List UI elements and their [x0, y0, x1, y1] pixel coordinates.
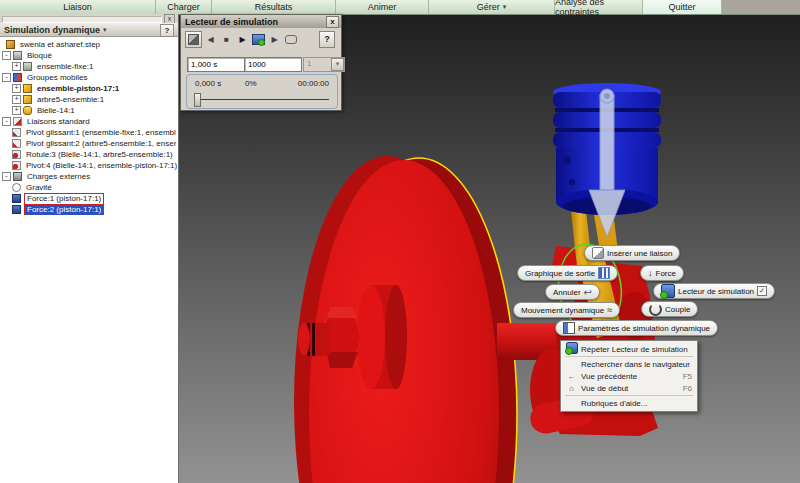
marking-menu-parametres-simulation[interactable]: Paramètres de simulation dynamique [555, 320, 718, 336]
marking-menu-mouvement-dynamique[interactable]: Mouvement dynamique ≈ [513, 302, 620, 318]
shortcut-label: F5 [683, 372, 692, 381]
timeline-slider-handle[interactable] [194, 93, 201, 107]
marking-menu-annuler[interactable]: Annuler ↩ [545, 284, 600, 300]
player-titlebar[interactable]: Lecteur de simulation x [181, 15, 341, 28]
tree-item-rotule-3[interactable]: Rotule:3 (Bielle-14:1, arbre5-ensemble:1… [0, 149, 178, 160]
tree-item-force-1[interactable]: Force:1 (piston-17:1) [0, 193, 178, 204]
tree-item-root-assembly[interactable]: swenia et asharef.step [0, 39, 178, 50]
torque-icon [649, 303, 662, 316]
status-percent: 0% [245, 79, 257, 88]
tree-item-charges-externes[interactable]: -Charges externes [0, 171, 178, 182]
tree-item-pivot-4[interactable]: Pivot:4 (Bielle-14:1, ensemble-piston-17… [0, 160, 178, 171]
expand-icon[interactable]: + [12, 84, 21, 93]
menu-animer[interactable]: Animer [336, 0, 429, 14]
joints-folder-icon [13, 117, 22, 126]
construction-icon [188, 34, 199, 45]
assembly-step-icon [6, 40, 15, 49]
collapse-icon[interactable]: - [2, 73, 11, 82]
close-icon[interactable]: x [326, 16, 339, 28]
menu-quitter[interactable]: Quitter [643, 0, 722, 14]
context-item-rubriques-aide[interactable]: Rubriques d'aide... [561, 397, 697, 409]
help-icon[interactable]: ? [160, 24, 174, 37]
menu-separator [565, 395, 693, 396]
simulation-player-icon [661, 284, 675, 298]
tree-item-gravite[interactable]: Gravité [0, 182, 178, 193]
stop-button[interactable]: ■ [219, 32, 234, 47]
filter-combobox[interactable]: 1 ▼ [303, 57, 345, 72]
tree-item-bloque[interactable]: -Bloqué [0, 50, 178, 61]
marking-menu-force[interactable]: ↓ Force [640, 265, 684, 281]
tree-item-pivot-glissant-2[interactable]: Pivot glissant:2 (arbre5-ensemble:1, ens… [0, 138, 178, 149]
menu-liaison[interactable]: Liaison [0, 0, 156, 14]
browser-header[interactable]: Simulation dynamique ▾ ? [0, 23, 178, 37]
status-time: 0,000 s [195, 79, 221, 88]
context-item-vue-de-debut[interactable]: ⌂ Vue de début F6 [561, 382, 697, 394]
construction-mode-button[interactable] [185, 31, 202, 48]
browser-title: Simulation dynamique [4, 25, 100, 35]
menubar-filler [722, 0, 800, 14]
tree-item-groupes-mobiles[interactable]: -Groupes mobiles [0, 72, 178, 83]
collapse-icon[interactable]: - [2, 51, 11, 60]
checkbox-icon: ✓ [757, 286, 767, 296]
player-toolbar: ◀ ■ ▶ ▶ [185, 31, 299, 47]
undo-icon: ↩ [584, 287, 592, 298]
marking-menu-graphique-sortie[interactable]: Graphique de sortie [517, 265, 618, 281]
shortcut-label: F6 [683, 384, 692, 393]
home-view-icon: ⌂ [566, 384, 577, 393]
tree-item-pivot-glissant-1[interactable]: Pivot glissant:1 (ensemble-fixe:1, ensem… [0, 127, 178, 138]
menu-resultats[interactable]: Résultats [212, 0, 336, 14]
menu-analyse-contraintes[interactable]: Analyse des contraintes [555, 0, 643, 14]
expand-icon[interactable]: + [12, 106, 21, 115]
marking-menu-lecteur-simulation[interactable]: Lecteur de simulation ✓ [653, 283, 775, 299]
timeline-track[interactable] [195, 99, 329, 100]
tree-item-ensemble-piston[interactable]: +ensemble-piston-17:1 [0, 83, 178, 94]
simulation-player-dialog: Lecteur de simulation x ◀ ■ ▶ ▶ ? 1 ▼ 0,… [180, 14, 342, 111]
go-to-end-button[interactable]: ▶ [267, 32, 282, 47]
expand-icon[interactable]: + [12, 95, 21, 104]
joint-slide-icon [12, 139, 21, 148]
images-count-input[interactable] [244, 57, 302, 72]
simulation-time-input[interactable] [187, 57, 245, 72]
previous-view-icon: ← [566, 372, 577, 381]
force-icon [12, 194, 21, 203]
collapse-icon[interactable]: - [2, 172, 11, 181]
force-icon [12, 205, 21, 214]
tree-item-liaisons-standard[interactable]: -Liaisons standard [0, 116, 178, 127]
menu-gerer[interactable]: Gérer▾ [429, 0, 555, 14]
tree-item-force-2[interactable]: Force:2 (piston-17:1) [0, 204, 178, 215]
insert-joint-icon [592, 247, 604, 259]
tree-item-ensemble-fixe[interactable]: +ensemble-fixe:1 [0, 61, 178, 72]
chevron-down-icon[interactable]: ▾ [103, 26, 107, 34]
ribbon-menubar: Liaison Charger Résultats Animer Gérer▾ … [0, 0, 800, 15]
joint-ball-icon [12, 150, 21, 159]
tree-item-bielle[interactable]: +Bielle-14:1 [0, 105, 178, 116]
context-item-rechercher-navigateur[interactable]: Rechercher dans le navigateur [561, 358, 697, 370]
simulation-player-icon [566, 342, 578, 354]
inventor-simulation-window: Liaison Charger Résultats Animer Gérer▾ … [0, 0, 800, 483]
chevron-down-icon[interactable]: ▼ [331, 58, 344, 71]
loop-playback-button[interactable] [283, 32, 298, 47]
play-button[interactable]: ▶ [235, 32, 250, 47]
marking-menu-couple[interactable]: Couple [641, 301, 698, 317]
marking-menu-inserer-liaison[interactable]: Insérer une liaison [584, 245, 680, 261]
status-clock: 00:00:00 [298, 79, 329, 88]
tree-item-arbre5-ensemble[interactable]: +arbre5-ensemble:1 [0, 94, 178, 105]
chevron-down-icon: ▾ [503, 3, 507, 11]
context-item-repeter-lecteur[interactable]: Répéter Lecteur de simulation [561, 343, 697, 355]
external-loads-icon [13, 172, 22, 181]
loop-icon [285, 35, 297, 44]
rewind-button[interactable]: ◀ [203, 32, 218, 47]
expand-icon[interactable]: + [12, 62, 21, 71]
record-animation-button[interactable] [251, 32, 266, 47]
help-icon[interactable]: ? [319, 31, 335, 48]
context-item-vue-precedente[interactable]: ← Vue précédente F5 [561, 370, 697, 382]
simulation-settings-icon [563, 322, 575, 334]
fixed-assembly-icon [23, 62, 32, 71]
menu-charger[interactable]: Charger [156, 0, 212, 14]
mobile-groups-icon [13, 73, 22, 82]
output-grapher-icon [598, 267, 610, 279]
collapse-icon[interactable]: - [2, 117, 11, 126]
flywheel-part[interactable] [294, 156, 517, 483]
player-status-group: 0,000 s 0% 00:00:00 [186, 74, 338, 109]
gold-assembly-icon [23, 95, 32, 104]
